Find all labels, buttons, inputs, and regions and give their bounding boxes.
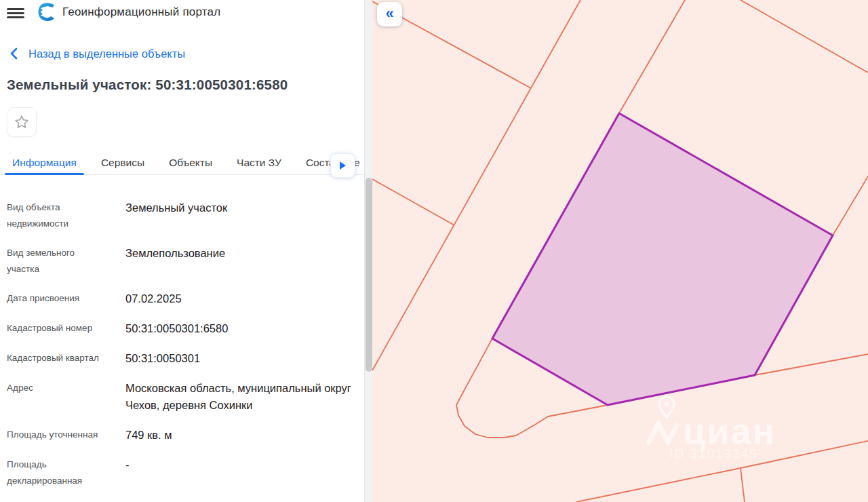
page-title: Земельный участок: 50:31:0050301:6580: [7, 77, 288, 93]
field-row: Кадастровый квартал50:31:0050301: [7, 350, 354, 367]
field-row: Вид земельного участкаЗемлепользование: [7, 245, 354, 277]
tab-сервисы[interactable]: Сервисы: [94, 151, 152, 174]
tab-scroll-right-button[interactable]: [330, 153, 355, 178]
info-panel: Геоинформационный портал Назад в выделен…: [0, 0, 372, 502]
field-row: Кадастровый номер50:31:0050301:6580: [7, 320, 354, 337]
field-value: Землепользование: [125, 245, 354, 277]
field-label: Кадастровый номер: [7, 320, 125, 337]
hamburger-menu-button[interactable]: [7, 6, 24, 20]
back-link-label: Назад в выделенные объекты: [28, 47, 185, 60]
pin-dot: [665, 402, 669, 407]
field-row: Вид объекта недвижимостиЗемельный участо…: [7, 199, 354, 232]
field-row: Площадь уточненная749 кв. м: [7, 427, 354, 444]
chevron-left-icon: [8, 47, 20, 60]
cadastral-boundary-line: [741, 468, 745, 502]
field-value: 50:31:0050301: [125, 350, 354, 367]
field-value: 50:31:0050301:6580: [125, 320, 354, 337]
brand-mark-icon: [649, 423, 677, 442]
tab-информация[interactable]: Информация: [5, 151, 84, 174]
cadastral-boundary-line: [372, 179, 454, 225]
fields-list: Вид объекта недвижимостиЗемельный участо…: [7, 199, 354, 502]
field-value: Земельный участок: [125, 199, 354, 232]
info-panel-content: Геоинформационный портал Назад в выделен…: [0, 0, 364, 502]
parcel-polygon[interactable]: [492, 113, 833, 405]
tabs-bar: ИнформацияСервисыОбъектыЧасти ЗУСоставны…: [0, 151, 364, 175]
map-canvas[interactable]: циан ID 31013345: [372, 0, 868, 502]
panel-scrollbar[interactable]: [364, 0, 372, 502]
star-icon: [14, 114, 30, 130]
field-value: 07.02.2025: [125, 290, 354, 307]
cadastral-boundary-line: [741, 0, 868, 73]
field-value: -: [125, 457, 354, 489]
field-value: Московская область, муниципальный округ …: [125, 380, 354, 414]
hamburger-bar: [7, 8, 24, 10]
favorite-star-button[interactable]: [7, 107, 37, 137]
field-label: Площадь уточненная: [7, 427, 125, 444]
collapse-panel-button[interactable]: «: [377, 2, 402, 26]
field-label: Вид земельного участка: [7, 245, 125, 277]
hamburger-bar: [7, 12, 24, 14]
tab-части зу[interactable]: Части ЗУ: [229, 151, 289, 174]
hamburger-bar: [7, 16, 24, 18]
map-watermark: циан ID 31013345: [649, 397, 776, 461]
app-title: Геоинформационный портал: [62, 5, 220, 19]
pin-icon: [659, 397, 674, 417]
cadastral-boundary-line: [833, 176, 868, 235]
watermark-id: ID 31013345: [669, 446, 758, 461]
field-value: 749 кв. м: [125, 427, 354, 444]
tab-объекты[interactable]: Объекты: [161, 151, 220, 174]
triangle-right-icon: [340, 161, 346, 170]
portal-logo-icon: [37, 3, 56, 24]
field-label: Площадь декларированная: [7, 457, 125, 489]
watermark-brand: циан: [683, 410, 776, 451]
field-label: Дата присвоения: [7, 290, 125, 307]
field-label: Кадастровый квартал: [7, 350, 125, 367]
map-area[interactable]: циан ID 31013345 «: [372, 0, 868, 502]
field-row: АдресМосковская область, муниципальный о…: [7, 380, 354, 414]
field-label: Адрес: [7, 380, 125, 414]
back-button[interactable]: Назад в выделенные объекты: [8, 47, 185, 60]
cadastral-boundary-line: [619, 0, 685, 113]
field-row: Площадь декларированная-: [7, 457, 354, 489]
panel-scrollbar-thumb[interactable]: [366, 178, 372, 372]
field-row: Дата присвоения07.02.2025: [7, 290, 354, 307]
field-label: Вид объекта недвижимости: [7, 199, 125, 232]
